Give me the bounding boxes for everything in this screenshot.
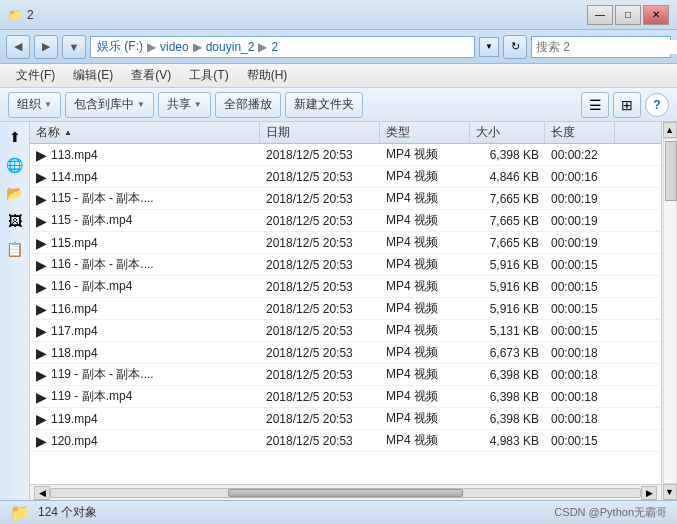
view-icon: ☰ — [589, 97, 602, 113]
file-type-cell: MP4 视频 — [380, 232, 470, 253]
file-date-cell: 2018/12/5 20:53 — [260, 298, 380, 319]
file-name: 116.mp4 — [51, 302, 98, 316]
col-header-date[interactable]: 日期 — [260, 122, 380, 143]
file-type-cell: MP4 视频 — [380, 298, 470, 319]
menu-help[interactable]: 帮助(H) — [239, 65, 296, 86]
vscroll-down-btn[interactable]: ▼ — [663, 484, 677, 500]
table-row[interactable]: ▶ 115.mp4 2018/12/5 20:53 MP4 视频 7,665 K… — [30, 232, 661, 254]
file-date-cell: 2018/12/5 20:53 — [260, 364, 380, 385]
horizontal-scrollbar[interactable]: ◀ ▶ — [30, 484, 661, 500]
file-icon: ▶ — [36, 411, 47, 427]
include-label: 包含到库中 — [74, 96, 134, 113]
hscroll-thumb[interactable] — [228, 489, 464, 497]
col-size-label: 大小 — [476, 124, 500, 141]
maximize-button[interactable]: □ — [615, 5, 641, 25]
breadcrumb-bar[interactable]: 娱乐 (F:) ▶ video ▶ douyin_2 ▶ 2 — [90, 36, 475, 58]
back-button[interactable]: ◀ — [6, 35, 30, 59]
vscroll-thumb[interactable] — [665, 141, 677, 201]
file-date-cell: 2018/12/5 20:53 — [260, 342, 380, 363]
table-row[interactable]: ▶ 116.mp4 2018/12/5 20:53 MP4 视频 5,916 K… — [30, 298, 661, 320]
table-row[interactable]: ▶ 115 - 副本 - 副本.... 2018/12/5 20:53 MP4 … — [30, 188, 661, 210]
breadcrumb-douyin2[interactable]: douyin_2 — [206, 40, 255, 54]
table-row[interactable]: ▶ 119.mp4 2018/12/5 20:53 MP4 视频 6,398 K… — [30, 408, 661, 430]
breadcrumb-dropdown[interactable]: ▼ — [479, 37, 499, 57]
table-row[interactable]: ▶ 118.mp4 2018/12/5 20:53 MP4 视频 6,673 K… — [30, 342, 661, 364]
sidebar-up-icon[interactable]: ⬆ — [4, 126, 26, 148]
up-button[interactable]: ▼ — [62, 35, 86, 59]
hscroll-left-btn[interactable]: ◀ — [34, 486, 50, 500]
menu-view[interactable]: 查看(V) — [123, 65, 179, 86]
close-button[interactable]: ✕ — [643, 5, 669, 25]
file-icon: ▶ — [36, 367, 47, 383]
hscroll-track[interactable] — [50, 488, 641, 498]
vscroll-up-btn[interactable]: ▲ — [663, 122, 677, 138]
share-button[interactable]: 共享 ▼ — [158, 92, 211, 118]
file-duration-cell: 00:00:19 — [545, 210, 615, 231]
file-size-cell: 6,398 KB — [470, 386, 545, 407]
table-row[interactable]: ▶ 115 - 副本.mp4 2018/12/5 20:53 MP4 视频 7,… — [30, 210, 661, 232]
share-arrow: ▼ — [194, 100, 202, 109]
menu-tools[interactable]: 工具(T) — [181, 65, 236, 86]
file-name-cell: ▶ 120.mp4 — [30, 430, 260, 451]
file-type-cell: MP4 视频 — [380, 364, 470, 385]
file-type-cell: MP4 视频 — [380, 320, 470, 341]
menu-file[interactable]: 文件(F) — [8, 65, 63, 86]
breadcrumb-drive[interactable]: 娱乐 (F:) — [97, 38, 143, 55]
file-name-cell: ▶ 115.mp4 — [30, 232, 260, 253]
hscroll-right-btn[interactable]: ▶ — [641, 486, 657, 500]
table-row[interactable]: ▶ 119 - 副本 - 副本.... 2018/12/5 20:53 MP4 … — [30, 364, 661, 386]
table-row[interactable]: ▶ 119 - 副本.mp4 2018/12/5 20:53 MP4 视频 6,… — [30, 386, 661, 408]
view-toggle-button[interactable]: ☰ — [581, 92, 609, 118]
new-folder-button[interactable]: 新建文件夹 — [285, 92, 363, 118]
sidebar-folder-icon[interactable]: 📂 — [4, 182, 26, 204]
table-row[interactable]: ▶ 117.mp4 2018/12/5 20:53 MP4 视频 5,131 K… — [30, 320, 661, 342]
file-date-cell: 2018/12/5 20:53 — [260, 386, 380, 407]
help-button[interactable]: ? — [645, 93, 669, 117]
file-icon: ▶ — [36, 301, 47, 317]
file-name-cell: ▶ 117.mp4 — [30, 320, 260, 341]
sidebar-network-icon[interactable]: 🌐 — [4, 154, 26, 176]
file-icon: ▶ — [36, 257, 47, 273]
play-all-button[interactable]: 全部播放 — [215, 92, 281, 118]
table-row[interactable]: ▶ 116 - 副本.mp4 2018/12/5 20:53 MP4 视频 5,… — [30, 276, 661, 298]
refresh-button[interactable]: ↻ — [503, 35, 527, 59]
file-icon: ▶ — [36, 191, 47, 207]
file-name: 115 - 副本 - 副本.... — [51, 190, 154, 207]
search-input[interactable] — [536, 40, 677, 54]
col-header-type[interactable]: 类型 — [380, 122, 470, 143]
col-header-name[interactable]: 名称 ▲ — [30, 122, 260, 143]
menu-edit[interactable]: 编辑(E) — [65, 65, 121, 86]
file-duration-cell: 00:00:18 — [545, 386, 615, 407]
layout-button[interactable]: ⊞ — [613, 92, 641, 118]
table-row[interactable]: ▶ 116 - 副本 - 副本.... 2018/12/5 20:53 MP4 … — [30, 254, 661, 276]
vertical-scrollbar[interactable]: ▲ ▼ — [661, 122, 677, 500]
file-duration-cell: 00:00:15 — [545, 276, 615, 297]
organize-label: 组织 — [17, 96, 41, 113]
col-header-size[interactable]: 大小 — [470, 122, 545, 143]
breadcrumb-video[interactable]: video — [160, 40, 189, 54]
sidebar-clipboard-icon[interactable]: 📋 — [4, 238, 26, 260]
forward-button[interactable]: ▶ — [34, 35, 58, 59]
file-icon: ▶ — [36, 235, 47, 251]
file-duration-cell: 00:00:19 — [545, 188, 615, 209]
table-row[interactable]: ▶ 120.mp4 2018/12/5 20:53 MP4 视频 4,983 K… — [30, 430, 661, 452]
file-duration-cell: 00:00:18 — [545, 342, 615, 363]
file-duration-cell: 00:00:18 — [545, 408, 615, 429]
organize-button[interactable]: 组织 ▼ — [8, 92, 61, 118]
file-date-cell: 2018/12/5 20:53 — [260, 276, 380, 297]
vscroll-track[interactable] — [663, 138, 677, 484]
status-folder-icon: 📁 — [10, 503, 30, 522]
file-duration-cell: 00:00:16 — [545, 166, 615, 187]
file-name-cell: ▶ 114.mp4 — [30, 166, 260, 187]
table-row[interactable]: ▶ 114.mp4 2018/12/5 20:53 MP4 视频 4,846 K… — [30, 166, 661, 188]
minimize-button[interactable]: — — [587, 5, 613, 25]
sidebar-image-icon[interactable]: 🖼 — [4, 210, 26, 232]
breadcrumb-2[interactable]: 2 — [271, 40, 278, 54]
file-size-cell: 5,916 KB — [470, 276, 545, 297]
table-row[interactable]: ▶ 113.mp4 2018/12/5 20:53 MP4 视频 6,398 K… — [30, 144, 661, 166]
file-name: 115.mp4 — [51, 236, 98, 250]
col-header-duration[interactable]: 长度 — [545, 122, 615, 143]
sidebar: ⬆ 🌐 📂 🖼 📋 — [0, 122, 30, 500]
include-arrow: ▼ — [137, 100, 145, 109]
include-library-button[interactable]: 包含到库中 ▼ — [65, 92, 154, 118]
